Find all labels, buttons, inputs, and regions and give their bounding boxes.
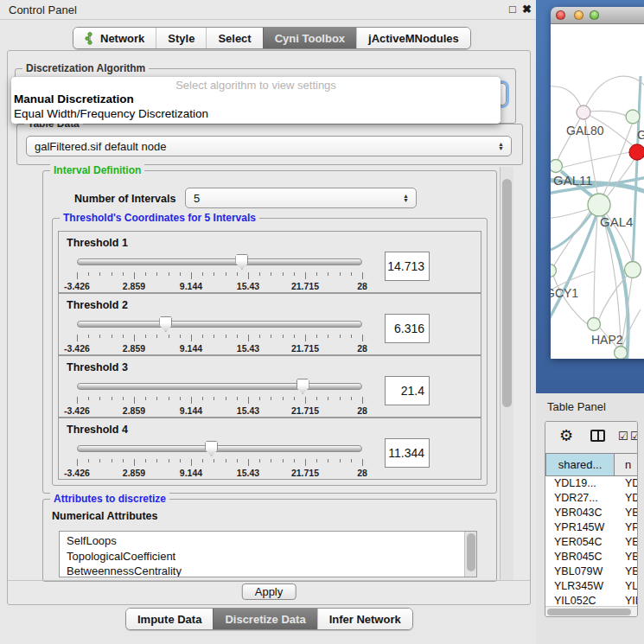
list-item[interactable]: BetweennessCentrality xyxy=(60,564,476,577)
tab-label: Network xyxy=(100,32,144,45)
table-row[interactable]: YIL052CYIL0 xyxy=(545,593,638,607)
node-label: GA xyxy=(637,128,644,142)
threshold-label: Threshold 4 xyxy=(67,424,128,436)
network-node-selected-red[interactable] xyxy=(629,144,644,160)
tab-infer-network[interactable]: Infer Network xyxy=(317,609,412,629)
table-row[interactable]: YBL079WYBL0 xyxy=(545,564,638,578)
network-node-gcy1[interactable] xyxy=(551,265,557,277)
network-node[interactable] xyxy=(626,110,640,124)
tab-discretize-data[interactable]: Discretize Data xyxy=(213,609,316,629)
table-row[interactable]: YDL19...YDL1 xyxy=(545,476,638,491)
table-row[interactable]: YBR045CYBR0 xyxy=(545,549,638,564)
table-data-combobox[interactable]: galFiltered.sif default node ▲▼ xyxy=(26,136,512,156)
column-header-name[interactable]: n xyxy=(615,453,638,476)
threshold-3-slider-thumb[interactable] xyxy=(296,379,309,394)
table-row[interactable]: YLR345WYLR3 xyxy=(545,578,638,593)
list-item[interactable]: TopologicalCoefficient xyxy=(60,549,476,564)
zoom-traffic-light-icon[interactable] xyxy=(590,10,599,20)
tab-network[interactable]: Network xyxy=(73,28,156,48)
tab-label: Discretize Data xyxy=(225,613,305,626)
network-node[interactable] xyxy=(625,262,641,278)
scale-labels: -3.4262.8599.14415.4321.71528 xyxy=(77,343,362,354)
tab-jactivemnodules[interactable]: jActiveMNodules xyxy=(356,28,470,48)
panel-title: Control Panel xyxy=(9,3,77,16)
scale-labels: -3.4262.8599.14415.4321.71528 xyxy=(77,281,362,291)
threshold-3-panel: Threshold 3 -3.4262.8599.14415.4321.7152… xyxy=(58,355,481,418)
close-window-icon[interactable]: ✖ xyxy=(522,3,532,16)
dropdown-option-equal-width-frequency[interactable]: Equal Width/Frequency Discretization xyxy=(14,107,208,120)
table-row[interactable]: YER054CYER0 xyxy=(545,535,638,550)
control-panel: Control Panel □ ✖ Network Style Select C… xyxy=(0,0,536,644)
thresholds-group: Threshold's Coordinates for 5 Intervals … xyxy=(52,218,488,486)
bottom-tab-bar: Impute Data Discretize Data Infer Networ… xyxy=(125,608,413,630)
scale-labels: -3.4262.8599.14415.4321.71528 xyxy=(77,468,362,478)
threshold-1-slider-track[interactable] xyxy=(77,258,362,265)
minimize-traffic-light-icon[interactable] xyxy=(574,10,583,20)
dropdown-option-manual-discretization[interactable]: Manual Discretization xyxy=(14,92,134,105)
threshold-label: Threshold 1 xyxy=(67,237,128,249)
tab-label: Cyni Toolbox xyxy=(275,32,345,45)
number-of-intervals-label: Number of Intervals xyxy=(74,193,175,205)
threshold-2-slider-track[interactable] xyxy=(77,321,362,328)
threshold-4-slider-track[interactable] xyxy=(77,445,362,452)
network-node-gal4[interactable] xyxy=(588,194,610,216)
group-label: Threshold's Coordinates for 5 Intervals xyxy=(60,212,259,224)
tick-marks xyxy=(77,335,362,341)
cell: YIL052C xyxy=(545,595,615,607)
column-header-shared-name[interactable]: shared... xyxy=(545,453,615,476)
gear-icon[interactable]: ⚙ xyxy=(559,428,573,443)
threshold-2-panel: Threshold 2 -3.4262.8599.14415.4321.7152… xyxy=(58,293,481,355)
table-row[interactable]: YPR145WYPR1 xyxy=(545,520,638,535)
network-node-gal11[interactable] xyxy=(551,160,563,173)
split-columns-icon[interactable] xyxy=(590,430,605,442)
tab-impute-data[interactable]: Impute Data xyxy=(126,609,213,629)
tab-select[interactable]: Select xyxy=(206,28,262,48)
tab-label: Infer Network xyxy=(329,613,401,626)
network-window-titlebar[interactable] xyxy=(551,7,644,24)
spinner-arrows-icon: ▲▼ xyxy=(403,194,409,202)
list-scrollbar[interactable] xyxy=(464,532,476,577)
panel-scrollbar[interactable] xyxy=(500,167,513,580)
network-node-gal80[interactable] xyxy=(577,105,590,119)
threshold-3-slider-track[interactable] xyxy=(77,383,362,390)
numerical-attributes-list: SelfLoops TopologicalCoefficient Between… xyxy=(59,531,477,577)
close-traffic-light-icon[interactable] xyxy=(556,10,565,20)
threshold-2-value-field[interactable]: 6.316 xyxy=(385,314,430,343)
apply-button[interactable]: Apply xyxy=(242,583,296,600)
network-node-hap2[interactable] xyxy=(588,318,601,331)
cell: YBR0 xyxy=(615,551,638,563)
checkbox-checked-icon[interactable]: ☑ xyxy=(630,430,638,443)
threshold-4-slider-thumb[interactable] xyxy=(205,441,218,456)
table-row[interactable]: YDR27...YDR2 xyxy=(545,491,638,506)
table-horizontal-scrollbar[interactable] xyxy=(545,606,637,616)
float-window-icon[interactable]: □ xyxy=(509,3,516,16)
network-graph: GAL80 GA C GAL11 GAL4 GCY1 H HAP2 xyxy=(551,24,644,359)
network-node[interactable] xyxy=(615,347,628,360)
interval-definition-group: Interval Definition Number of Intervals … xyxy=(42,170,497,494)
checkbox-checked-icon[interactable]: ☑ xyxy=(618,430,628,443)
threshold-1-slider-thumb[interactable] xyxy=(235,254,248,270)
threshold-4-value-field[interactable]: 11.344 xyxy=(385,438,430,468)
threshold-1-value-field[interactable]: 14.713 xyxy=(385,252,430,281)
tab-cyni-toolbox[interactable]: Cyni Toolbox xyxy=(263,28,356,48)
table-header-row: shared... n xyxy=(545,453,638,476)
list-item[interactable]: SelfLoops xyxy=(60,532,476,549)
number-of-intervals-combobox[interactable]: 5 ▲▼ xyxy=(185,188,417,208)
network-view-window: GAL80 GA C GAL11 GAL4 GCY1 H HAP2 xyxy=(551,7,644,359)
table-row[interactable]: YBR043CYBR0 xyxy=(545,506,638,520)
top-tab-bar: Network Style Select Cyni Toolbox jActiv… xyxy=(73,27,471,49)
network-canvas[interactable]: GAL80 GA C GAL11 GAL4 GCY1 H HAP2 xyxy=(551,24,644,359)
threshold-label: Threshold 2 xyxy=(67,299,128,311)
cell: YER0 xyxy=(615,536,638,548)
tick-marks xyxy=(77,397,362,404)
cell: YPR1 xyxy=(615,521,638,533)
threshold-3-value-field[interactable]: 21.4 xyxy=(385,376,430,405)
cell: YDL1 xyxy=(615,477,638,489)
tab-style[interactable]: Style xyxy=(156,28,206,48)
cell: YBR043C xyxy=(545,507,615,519)
threshold-2-slider-thumb[interactable] xyxy=(159,316,172,332)
tick-marks xyxy=(77,272,362,279)
tick-marks xyxy=(77,459,362,466)
table-toolbar: ⚙ ☑ ☑ xyxy=(545,422,637,453)
tab-label: Select xyxy=(218,32,251,45)
